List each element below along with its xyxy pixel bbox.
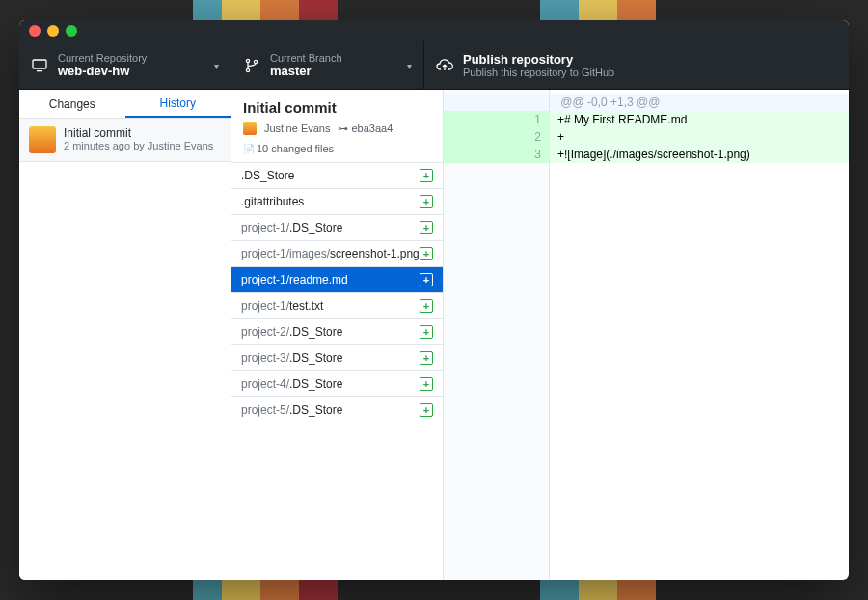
added-icon: + <box>420 221 433 234</box>
repo-label: Current Repository <box>58 52 147 64</box>
commit-title: Initial commit <box>243 99 431 116</box>
sidebar-tabs: Changes History <box>19 90 231 119</box>
file-row[interactable]: .DS_Store+ <box>231 162 443 188</box>
file-path-prefix: project-1/ <box>241 273 289 286</box>
file-path-prefix: project-1/ <box>241 299 289 313</box>
file-row[interactable]: project-1/test.txt+ <box>231 292 443 318</box>
file-path-prefix: project-1/images/ <box>241 247 330 260</box>
added-icon: + <box>420 195 433 208</box>
history-commit-meta: 2 minutes ago by Justine Evans <box>64 140 213 151</box>
added-icon: + <box>420 351 433 365</box>
svg-point-4 <box>254 60 257 63</box>
publish-title: Publish repository <box>463 52 614 67</box>
sidebar: Changes History Initial commit 2 minutes… <box>19 90 231 580</box>
minimize-icon[interactable] <box>47 25 59 37</box>
file-name: .DS_Store <box>289 221 342 234</box>
file-name: readme.md <box>289 273 348 286</box>
commit-author: Justine Evans <box>264 123 330 134</box>
line-number: 3 <box>444 146 549 163</box>
added-icon: + <box>420 273 433 286</box>
diff-code: @@ -0,0 +1,3 @@+# My First README.md++![… <box>550 90 849 580</box>
svg-point-3 <box>246 68 249 71</box>
added-icon: + <box>420 247 433 260</box>
file-name: .gitattributes <box>241 195 304 208</box>
chevron-down-icon: ▾ <box>407 60 412 70</box>
added-icon: + <box>420 377 433 391</box>
branch-selector[interactable]: Current Branch master ▾ <box>231 41 424 89</box>
tab-history[interactable]: History <box>125 90 231 118</box>
avatar <box>243 122 257 135</box>
diff-line: +# My First README.md <box>550 111 849 128</box>
diff-line: +![Image](./images/screenshot-1.png) <box>550 146 849 163</box>
file-name: test.txt <box>289 299 323 313</box>
diff-pane: 123 @@ -0,0 +1,3 @@+# My First README.md… <box>444 90 849 580</box>
avatar <box>29 126 56 153</box>
file-row[interactable]: project-5/.DS_Store+ <box>231 396 443 423</box>
commit-header: Initial commit Justine Evans eba3aa4 10 … <box>231 90 443 162</box>
history-commit-title: Initial commit <box>64 126 213 140</box>
branch-value: master <box>270 64 342 78</box>
branch-label: Current Branch <box>270 52 342 64</box>
toolbar: Current Repository web-dev-hw ▾ Current … <box>19 41 849 90</box>
app-window: Current Repository web-dev-hw ▾ Current … <box>19 20 849 580</box>
file-path-prefix: project-5/ <box>241 403 289 417</box>
diff-hunk-header: @@ -0,0 +1,3 @@ <box>550 94 849 111</box>
tab-changes[interactable]: Changes <box>19 90 125 118</box>
repo-value: web-dev-hw <box>58 64 147 78</box>
titlebar <box>19 20 849 41</box>
cloud-upload-icon <box>436 59 453 72</box>
publish-button[interactable]: Publish repository Publish this reposito… <box>424 41 849 89</box>
file-row[interactable]: project-1/.DS_Store+ <box>231 214 443 240</box>
file-path-prefix: project-3/ <box>241 351 289 365</box>
file-name: .DS_Store <box>289 351 342 365</box>
added-icon: + <box>420 299 433 313</box>
file-row[interactable]: project-2/.DS_Store+ <box>231 318 443 344</box>
file-name: .DS_Store <box>289 377 342 391</box>
svg-rect-1 <box>37 70 42 71</box>
publish-subtitle: Publish this repository to GitHub <box>463 67 614 78</box>
file-name: screenshot-1.png <box>330 247 420 260</box>
file-path-prefix: project-2/ <box>241 325 289 339</box>
added-icon: + <box>420 169 433 182</box>
branch-icon <box>243 58 260 73</box>
monitor-icon <box>31 59 48 72</box>
file-row[interactable]: project-4/.DS_Store+ <box>231 370 443 396</box>
file-name: .DS_Store <box>289 403 342 417</box>
svg-point-2 <box>246 59 249 62</box>
file-pane: Initial commit Justine Evans eba3aa4 10 … <box>231 90 444 580</box>
file-row[interactable]: project-1/images/screenshot-1.png+ <box>231 240 443 266</box>
file-path-prefix: project-4/ <box>241 377 289 391</box>
content: Changes History Initial commit 2 minutes… <box>19 90 849 580</box>
chevron-down-icon: ▾ <box>214 60 219 70</box>
file-name: .DS_Store <box>289 325 342 339</box>
history-commit-item[interactable]: Initial commit 2 minutes ago by Justine … <box>19 119 231 162</box>
changed-files-count: 10 changed files <box>243 143 334 154</box>
file-row[interactable]: project-3/.DS_Store+ <box>231 344 443 370</box>
file-row[interactable]: project-1/readme.md+ <box>231 266 443 292</box>
diff-line: + <box>550 128 849 146</box>
line-number: 2 <box>444 128 549 146</box>
repo-selector[interactable]: Current Repository web-dev-hw ▾ <box>19 41 231 89</box>
added-icon: + <box>420 325 433 339</box>
svg-rect-0 <box>33 60 46 68</box>
file-list: .DS_Store+.gitattributes+project-1/.DS_S… <box>231 162 443 580</box>
commit-sha: eba3aa4 <box>338 123 393 135</box>
close-icon[interactable] <box>29 25 41 37</box>
file-row[interactable]: .gitattributes+ <box>231 188 443 214</box>
file-path-prefix: project-1/ <box>241 221 289 234</box>
line-number: 1 <box>444 111 549 128</box>
file-name: .DS_Store <box>241 169 294 182</box>
maximize-icon[interactable] <box>66 25 77 37</box>
diff-gutter: 123 <box>444 90 550 580</box>
added-icon: + <box>420 403 433 417</box>
